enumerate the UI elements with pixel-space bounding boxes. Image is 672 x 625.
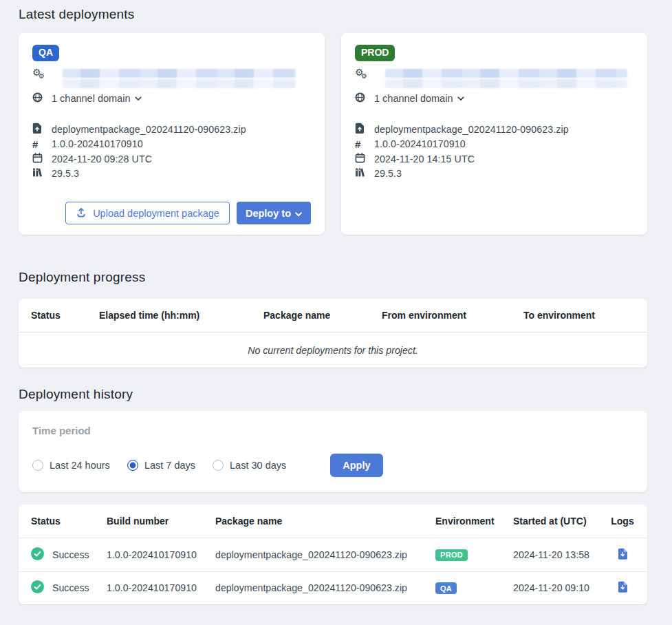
package-name-cell: deploymentpackage_020241120-090623.zip [215,582,435,593]
prod-env-badge: PROD [355,45,395,61]
radio-button-selected-icon[interactable] [127,460,138,471]
col-logs: Logs [610,516,635,527]
deployed-at: 2024-11-20 14:15 UTC [374,153,475,165]
library-books-icon [32,167,44,180]
build-number: 1.0.0-202410170910 [374,138,466,149]
col-environment: Environment [435,516,513,527]
radio-button-icon[interactable] [213,460,224,471]
deployment-progress-title: Deployment progress [19,270,647,285]
package-name: deploymentpackage_020241120-090623.zip [52,124,246,135]
radio-last-24-hours[interactable]: Last 24 hours [32,460,110,471]
cms-version: 29.5.3 [52,168,79,179]
qa-env-badge: QA [32,45,59,61]
environment-badge: QA [435,582,457,594]
upload-deployment-package-button[interactable]: Upload deployment package [65,202,230,224]
chevron-down-icon [457,96,464,101]
calendar-icon [355,153,365,165]
download-logs-button[interactable] [616,580,629,596]
site-info-row: ⚙⚙ [32,68,311,88]
chevron-down-icon [295,208,302,219]
gears-icon: ⚙⚙ [355,68,370,85]
version-row: 29.5.3 [32,167,311,182]
upload-icon [76,207,87,220]
build-number-cell: 1.0.0-202410170910 [107,582,215,593]
status-text: Success [52,549,89,560]
package-name: deploymentpackage_020241120-090623.zip [374,124,569,135]
col-build-number: Build number [107,516,215,527]
col-elapsed-time: Elapsed time (hh:mm) [99,310,263,321]
col-package-name: Package name [215,516,435,527]
apply-button[interactable]: Apply [330,454,382,477]
col-status: Status [31,310,99,321]
deployed-at-row: 2024-11-20 14:15 UTC [355,151,633,167]
table-row: Success 1.0.0-202410170910 deploymentpac… [19,571,647,605]
hash-icon: # [355,138,360,150]
redacted-text [385,69,633,88]
started-at-cell: 2024-11-20 09:10 [513,582,610,593]
package-file-icon [32,123,42,136]
build-number-cell: 1.0.0-202410170910 [107,549,215,560]
progress-table-header: Status Elapsed time (hh:mm) Package name… [19,299,647,332]
build-row: # 1.0.0-202410170910 [32,137,311,152]
environment-cards-row: QA ⚙⚙ 1 channel domain [19,33,647,235]
download-logs-button[interactable] [616,547,629,563]
time-period-label: Time period [32,425,633,436]
file-download-icon [617,581,628,595]
radio-last-30-days[interactable]: Last 30 days [213,460,286,471]
col-to-environment: To environment [523,310,635,321]
time-period-filter-card: Time period Last 24 hours Last 7 days La… [19,411,647,492]
version-row: 29.5.3 [355,167,633,182]
build-number: 1.0.0-202410170910 [52,138,143,149]
environment-badge: PROD [435,549,468,561]
file-download-icon [617,548,628,562]
radio-label: Last 30 days [230,460,286,471]
deployment-history-table: Status Build number Package name Environ… [19,505,647,604]
started-at-cell: 2024-11-20 13:58 [513,549,610,560]
success-check-icon [31,547,44,562]
radio-button-icon[interactable] [32,460,43,471]
col-status: Status [31,516,107,527]
qa-environment-card: QA ⚙⚙ 1 channel domain [19,33,325,235]
build-row: # 1.0.0-202410170910 [355,137,633,152]
table-row: Success 1.0.0-202410170910 deploymentpac… [19,538,647,571]
success-check-icon [31,580,44,595]
upload-button-label: Upload deployment package [93,208,219,219]
globe-icon [32,92,43,105]
site-info-row: ⚙⚙ [355,68,633,88]
status-text: Success [52,582,89,593]
channel-domain-label: 1 channel domain [52,93,130,104]
package-row: deploymentpackage_020241120-090623.zip [355,122,633,137]
package-name-cell: deploymentpackage_020241120-090623.zip [215,549,435,560]
library-books-icon [355,167,367,180]
deployed-at: 2024-11-20 09:28 UTC [52,153,152,165]
calendar-icon [32,153,43,165]
radio-label: Last 7 days [144,460,195,471]
package-row: deploymentpackage_020241120-090623.zip [32,122,311,137]
chevron-down-icon [135,96,142,101]
radio-label: Last 24 hours [50,460,110,471]
gears-icon: ⚙⚙ [32,68,47,85]
deploy-to-button[interactable]: Deploy to [237,202,311,224]
deployment-history-title: Deployment history [19,387,647,402]
deploy-button-label: Deploy to [246,208,291,219]
col-package-name: Package name [263,310,382,321]
redacted-text [63,69,311,88]
prod-environment-card: PROD ⚙⚙ 1 channel domain [341,33,647,235]
radio-last-7-days[interactable]: Last 7 days [127,460,195,471]
package-file-icon [355,123,365,136]
globe-icon [355,92,365,105]
empty-state-message: No current deployments for this project. [19,332,647,368]
channel-domain-dropdown[interactable]: 1 channel domain [32,92,311,105]
cms-version: 29.5.3 [374,168,402,179]
deployment-progress-table: Status Elapsed time (hh:mm) Package name… [19,299,647,368]
channel-domain-label: 1 channel domain [374,93,453,104]
deployments-page: Latest deployments QA ⚙⚙ [0,0,672,604]
channel-domain-dropdown[interactable]: 1 channel domain [355,92,633,105]
history-table-header: Status Build number Package name Environ… [19,505,647,538]
latest-deployments-title: Latest deployments [19,7,647,22]
deployed-at-row: 2024-11-20 09:28 UTC [32,151,311,167]
col-started-at: Started at (UTC) [513,516,610,527]
hash-icon: # [32,138,38,150]
col-from-environment: From environment [382,310,523,321]
